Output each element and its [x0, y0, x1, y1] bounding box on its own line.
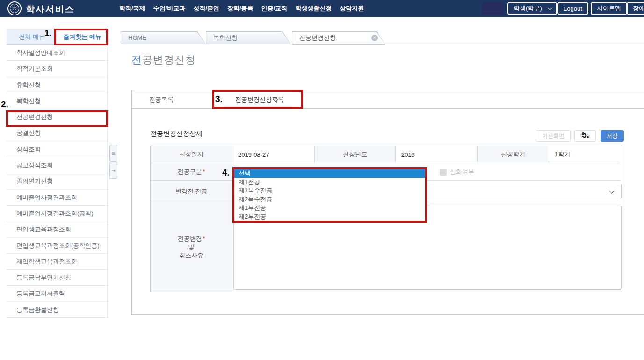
sidebar-menu: 학사일정안내조회학적기본조회휴학신청복학신청전공변경신청공결신청성적조회공고성적… — [7, 45, 108, 318]
apply-year-label: 신청년도 — [314, 146, 395, 163]
header-nav: 학적/국제수업/비교과성적/졸업장학/등록인증/교직학생생활신청상담지원 — [119, 0, 364, 17]
tab-home[interactable]: HOME — [121, 31, 206, 44]
annotation-number-2: 2. — [1, 100, 8, 109]
role-select-dropdown[interactable]: 학생(학부) — [507, 2, 557, 15]
save-button[interactable]: 저장 — [601, 130, 624, 142]
app-brand-title: 학사서비스 — [26, 3, 75, 15]
annotation-number-1: 1. — [44, 29, 52, 37]
masked-user-name — [482, 2, 504, 15]
sidebar-menu-item[interactable]: 예비졸업사정결과조회(공학) — [7, 206, 107, 221]
detail-section-heading: 전공변경신청상세 — [150, 130, 203, 138]
sidebar-menu-item[interactable]: 편입생교육과정조회(공학인증) — [7, 238, 107, 254]
header-nav-item[interactable]: 상담지원 — [340, 4, 364, 13]
header-nav-item[interactable]: 학생생활신청 — [295, 4, 332, 13]
sidebar-resize-handle[interactable]: ▦ — [109, 145, 117, 162]
sidebar-menu-item[interactable]: 학사일정안내조회 — [7, 45, 107, 61]
dropdown-option[interactable]: 제1부전공 — [234, 204, 425, 213]
sidebar-menu-item[interactable]: 전공변경신청 — [7, 109, 107, 125]
app-header: ◎ 학사서비스 학적/국제수업/비교과성적/졸업장학/등록인증/교직학생생활신청… — [0, 0, 644, 17]
sidebar-menu-item[interactable]: 예비졸업사정결과조회 — [7, 190, 107, 206]
tab-major-change-application[interactable]: 전공변경신청 × — [292, 31, 385, 45]
header-nav-item[interactable]: 인증/교직 — [261, 4, 288, 13]
header-nav-item[interactable]: 성적/졸업 — [193, 4, 219, 13]
sidebar-menu-item[interactable]: 등록금환불신청 — [7, 302, 107, 318]
header-nav-item[interactable]: 학적/국제 — [119, 4, 145, 13]
apply-term-value: 1학기 — [549, 146, 620, 163]
sidebar-menu-item[interactable]: 성적조회 — [7, 141, 107, 157]
chevron-down-icon — [548, 6, 552, 10]
required-mark: * — [203, 235, 205, 242]
logout-button[interactable]: Logout — [557, 2, 588, 15]
sidebar-menu-item[interactable]: 휴학신청 — [7, 77, 107, 93]
sidebar-menu-item[interactable]: 졸업연기신청 — [7, 173, 107, 189]
dropdown-option[interactable]: 선택 — [234, 169, 425, 178]
sidebar-menu-item[interactable]: 편입생교육과정조회 — [7, 221, 107, 237]
sidebar-menu-item[interactable]: 재입학생교육과정조회 — [7, 254, 107, 270]
dropdown-option[interactable]: 제1전공 — [234, 178, 425, 187]
major-type-label: 전공구분* — [151, 163, 232, 180]
sidebar-menu-item[interactable]: 공고성적조회 — [7, 157, 107, 173]
intensive-checkbox[interactable] — [440, 169, 447, 176]
annotation-number-4: 4. — [222, 168, 230, 177]
header-nav-item[interactable]: 장학/등록 — [227, 4, 253, 13]
tab-close-icon[interactable]: × — [371, 35, 378, 41]
apply-date-label: 신청일자 — [151, 146, 232, 163]
header-nav-item[interactable]: 수업/비교과 — [153, 4, 186, 13]
change-reason-label: 전공변경* 및 취소사유 — [151, 202, 232, 292]
dropdown-option[interactable]: 제1복수전공 — [234, 186, 425, 195]
intensive-checkbox-label: 심화여부 — [450, 168, 474, 176]
chevron-down-icon — [609, 188, 614, 193]
major-list-label: 전공목록 — [149, 90, 174, 109]
sidebar-menu-item[interactable]: 공결신청 — [7, 125, 107, 141]
before-major-label: 변경전 전공 — [151, 180, 232, 202]
tab-return-application[interactable]: 복학신청 — [206, 31, 291, 44]
apply-year-value: 2019 — [395, 146, 477, 163]
university-emblem-icon: ◎ — [7, 1, 22, 15]
annotation-number-5: 5. — [582, 130, 589, 139]
sidebar-menu-item[interactable]: 복학신청 — [7, 93, 107, 109]
apply-date-value: 2019-08-27 — [232, 146, 314, 163]
sidebar-menu-item[interactable]: 학적기본조회 — [7, 61, 107, 77]
major-list-bar: 전공목록 전공변경신청목록 — [132, 90, 644, 109]
major-type-dropdown-list: 선택제1전공제1복수전공제2복수전공제1부전공제2부전공 — [232, 167, 427, 223]
dropdown-option[interactable]: 제2복수전공 — [234, 195, 425, 204]
accessibility-button[interactable]: 장애접수 — [627, 2, 644, 15]
previous-screen-button[interactable]: 이전화면 — [536, 130, 571, 142]
apply-term-label: 신청학기 — [477, 146, 549, 163]
page-title: 전공변경신청 — [131, 53, 196, 67]
dropdown-option[interactable]: 제2부전공 — [234, 213, 425, 221]
required-mark: * — [203, 169, 205, 175]
annotation-number-3: 3. — [215, 95, 223, 103]
sitemap-button[interactable]: 사이트맵 — [591, 2, 627, 15]
sidebar-tab-favorites[interactable]: 즐겨찾는 메뉴 — [57, 29, 108, 44]
sidebar-collapse-button[interactable]: ⇥ — [109, 162, 117, 179]
sidebar-tabs: 전체 메뉴 즐겨찾는 메뉴 — [7, 29, 108, 45]
sidebar-menu-item[interactable]: 등록금고지서출력 — [7, 286, 107, 301]
sidebar-menu-item[interactable]: 등록금납부연기신청 — [7, 270, 107, 286]
